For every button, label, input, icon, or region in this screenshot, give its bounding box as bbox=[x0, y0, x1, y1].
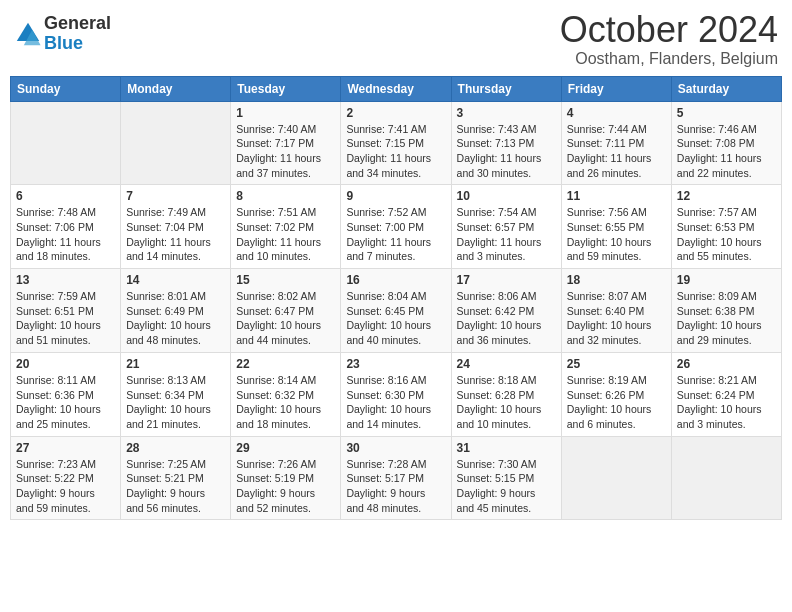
day-number: 30 bbox=[346, 441, 445, 455]
day-cell: 10Sunrise: 7:54 AMSunset: 6:57 PMDayligh… bbox=[451, 185, 561, 269]
day-cell: 21Sunrise: 8:13 AMSunset: 6:34 PMDayligh… bbox=[121, 352, 231, 436]
day-info: Sunrise: 7:48 AMSunset: 7:06 PMDaylight:… bbox=[16, 205, 115, 264]
day-cell: 8Sunrise: 7:51 AMSunset: 7:02 PMDaylight… bbox=[231, 185, 341, 269]
day-cell: 24Sunrise: 8:18 AMSunset: 6:28 PMDayligh… bbox=[451, 352, 561, 436]
day-cell: 14Sunrise: 8:01 AMSunset: 6:49 PMDayligh… bbox=[121, 269, 231, 353]
header-saturday: Saturday bbox=[671, 76, 781, 101]
header-wednesday: Wednesday bbox=[341, 76, 451, 101]
day-info: Sunrise: 8:04 AMSunset: 6:45 PMDaylight:… bbox=[346, 289, 445, 348]
day-number: 27 bbox=[16, 441, 115, 455]
day-number: 3 bbox=[457, 106, 556, 120]
day-info: Sunrise: 7:40 AMSunset: 7:17 PMDaylight:… bbox=[236, 122, 335, 181]
week-row-2: 6Sunrise: 7:48 AMSunset: 7:06 PMDaylight… bbox=[11, 185, 782, 269]
day-number: 4 bbox=[567, 106, 666, 120]
day-info: Sunrise: 7:56 AMSunset: 6:55 PMDaylight:… bbox=[567, 205, 666, 264]
day-info: Sunrise: 7:43 AMSunset: 7:13 PMDaylight:… bbox=[457, 122, 556, 181]
day-number: 21 bbox=[126, 357, 225, 371]
day-cell: 3Sunrise: 7:43 AMSunset: 7:13 PMDaylight… bbox=[451, 101, 561, 185]
header-friday: Friday bbox=[561, 76, 671, 101]
day-number: 19 bbox=[677, 273, 776, 287]
day-number: 25 bbox=[567, 357, 666, 371]
day-cell: 2Sunrise: 7:41 AMSunset: 7:15 PMDaylight… bbox=[341, 101, 451, 185]
day-info: Sunrise: 8:02 AMSunset: 6:47 PMDaylight:… bbox=[236, 289, 335, 348]
day-cell: 16Sunrise: 8:04 AMSunset: 6:45 PMDayligh… bbox=[341, 269, 451, 353]
day-cell: 29Sunrise: 7:26 AMSunset: 5:19 PMDayligh… bbox=[231, 436, 341, 520]
day-number: 6 bbox=[16, 189, 115, 203]
logo-line1: General bbox=[44, 14, 111, 34]
day-info: Sunrise: 8:21 AMSunset: 6:24 PMDaylight:… bbox=[677, 373, 776, 432]
day-info: Sunrise: 7:25 AMSunset: 5:21 PMDaylight:… bbox=[126, 457, 225, 516]
day-number: 20 bbox=[16, 357, 115, 371]
header-tuesday: Tuesday bbox=[231, 76, 341, 101]
day-info: Sunrise: 8:11 AMSunset: 6:36 PMDaylight:… bbox=[16, 373, 115, 432]
day-info: Sunrise: 8:07 AMSunset: 6:40 PMDaylight:… bbox=[567, 289, 666, 348]
day-number: 1 bbox=[236, 106, 335, 120]
day-cell: 26Sunrise: 8:21 AMSunset: 6:24 PMDayligh… bbox=[671, 352, 781, 436]
header-sunday: Sunday bbox=[11, 76, 121, 101]
day-number: 9 bbox=[346, 189, 445, 203]
day-cell: 1Sunrise: 7:40 AMSunset: 7:17 PMDaylight… bbox=[231, 101, 341, 185]
day-info: Sunrise: 8:16 AMSunset: 6:30 PMDaylight:… bbox=[346, 373, 445, 432]
day-info: Sunrise: 7:23 AMSunset: 5:22 PMDaylight:… bbox=[16, 457, 115, 516]
day-info: Sunrise: 7:28 AMSunset: 5:17 PMDaylight:… bbox=[346, 457, 445, 516]
day-cell: 5Sunrise: 7:46 AMSunset: 7:08 PMDaylight… bbox=[671, 101, 781, 185]
day-cell: 11Sunrise: 7:56 AMSunset: 6:55 PMDayligh… bbox=[561, 185, 671, 269]
day-cell: 7Sunrise: 7:49 AMSunset: 7:04 PMDaylight… bbox=[121, 185, 231, 269]
day-number: 5 bbox=[677, 106, 776, 120]
day-number: 28 bbox=[126, 441, 225, 455]
day-cell: 30Sunrise: 7:28 AMSunset: 5:17 PMDayligh… bbox=[341, 436, 451, 520]
day-cell: 19Sunrise: 8:09 AMSunset: 6:38 PMDayligh… bbox=[671, 269, 781, 353]
day-cell bbox=[121, 101, 231, 185]
day-info: Sunrise: 8:06 AMSunset: 6:42 PMDaylight:… bbox=[457, 289, 556, 348]
day-number: 7 bbox=[126, 189, 225, 203]
day-cell: 22Sunrise: 8:14 AMSunset: 6:32 PMDayligh… bbox=[231, 352, 341, 436]
logo-text: General Blue bbox=[44, 14, 111, 54]
calendar-table: SundayMondayTuesdayWednesdayThursdayFrid… bbox=[10, 76, 782, 521]
day-info: Sunrise: 8:18 AMSunset: 6:28 PMDaylight:… bbox=[457, 373, 556, 432]
day-number: 8 bbox=[236, 189, 335, 203]
day-info: Sunrise: 7:52 AMSunset: 7:00 PMDaylight:… bbox=[346, 205, 445, 264]
day-cell: 18Sunrise: 8:07 AMSunset: 6:40 PMDayligh… bbox=[561, 269, 671, 353]
day-info: Sunrise: 7:41 AMSunset: 7:15 PMDaylight:… bbox=[346, 122, 445, 181]
logo-line2: Blue bbox=[44, 34, 111, 54]
week-row-1: 1Sunrise: 7:40 AMSunset: 7:17 PMDaylight… bbox=[11, 101, 782, 185]
logo-icon bbox=[14, 20, 42, 48]
location: Oostham, Flanders, Belgium bbox=[560, 50, 778, 68]
day-number: 29 bbox=[236, 441, 335, 455]
day-number: 26 bbox=[677, 357, 776, 371]
day-info: Sunrise: 7:46 AMSunset: 7:08 PMDaylight:… bbox=[677, 122, 776, 181]
day-cell: 25Sunrise: 8:19 AMSunset: 6:26 PMDayligh… bbox=[561, 352, 671, 436]
day-cell: 23Sunrise: 8:16 AMSunset: 6:30 PMDayligh… bbox=[341, 352, 451, 436]
day-number: 15 bbox=[236, 273, 335, 287]
day-info: Sunrise: 7:57 AMSunset: 6:53 PMDaylight:… bbox=[677, 205, 776, 264]
day-cell: 20Sunrise: 8:11 AMSunset: 6:36 PMDayligh… bbox=[11, 352, 121, 436]
day-cell bbox=[561, 436, 671, 520]
day-cell: 12Sunrise: 7:57 AMSunset: 6:53 PMDayligh… bbox=[671, 185, 781, 269]
day-number: 10 bbox=[457, 189, 556, 203]
day-info: Sunrise: 8:13 AMSunset: 6:34 PMDaylight:… bbox=[126, 373, 225, 432]
day-info: Sunrise: 8:09 AMSunset: 6:38 PMDaylight:… bbox=[677, 289, 776, 348]
day-info: Sunrise: 8:01 AMSunset: 6:49 PMDaylight:… bbox=[126, 289, 225, 348]
day-cell: 9Sunrise: 7:52 AMSunset: 7:00 PMDaylight… bbox=[341, 185, 451, 269]
day-number: 22 bbox=[236, 357, 335, 371]
header-thursday: Thursday bbox=[451, 76, 561, 101]
day-number: 16 bbox=[346, 273, 445, 287]
day-cell: 6Sunrise: 7:48 AMSunset: 7:06 PMDaylight… bbox=[11, 185, 121, 269]
day-number: 2 bbox=[346, 106, 445, 120]
week-row-5: 27Sunrise: 7:23 AMSunset: 5:22 PMDayligh… bbox=[11, 436, 782, 520]
day-cell: 17Sunrise: 8:06 AMSunset: 6:42 PMDayligh… bbox=[451, 269, 561, 353]
logo: General Blue bbox=[14, 14, 111, 54]
day-number: 18 bbox=[567, 273, 666, 287]
day-info: Sunrise: 7:26 AMSunset: 5:19 PMDaylight:… bbox=[236, 457, 335, 516]
day-number: 12 bbox=[677, 189, 776, 203]
week-row-3: 13Sunrise: 7:59 AMSunset: 6:51 PMDayligh… bbox=[11, 269, 782, 353]
day-number: 13 bbox=[16, 273, 115, 287]
day-info: Sunrise: 7:49 AMSunset: 7:04 PMDaylight:… bbox=[126, 205, 225, 264]
day-info: Sunrise: 7:51 AMSunset: 7:02 PMDaylight:… bbox=[236, 205, 335, 264]
day-cell bbox=[671, 436, 781, 520]
day-info: Sunrise: 7:30 AMSunset: 5:15 PMDaylight:… bbox=[457, 457, 556, 516]
day-info: Sunrise: 8:14 AMSunset: 6:32 PMDaylight:… bbox=[236, 373, 335, 432]
day-number: 11 bbox=[567, 189, 666, 203]
day-cell: 28Sunrise: 7:25 AMSunset: 5:21 PMDayligh… bbox=[121, 436, 231, 520]
day-cell: 15Sunrise: 8:02 AMSunset: 6:47 PMDayligh… bbox=[231, 269, 341, 353]
